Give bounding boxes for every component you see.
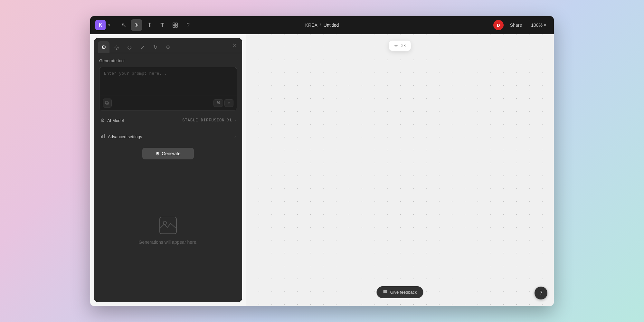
tab-expand[interactable]: ⤢ <box>137 41 148 53</box>
panel-close-button[interactable]: ✕ <box>231 42 238 49</box>
ai-model-value: STABLE DIFFUSION XL <box>182 118 232 123</box>
generate-tool-button[interactable]: ✳ <box>131 19 142 31</box>
toolbar: ↖ ✳ ⬆ T ? <box>118 19 194 31</box>
share-button[interactable]: Share <box>507 21 525 29</box>
tab-eye[interactable]: ◎ <box>111 41 122 53</box>
prompt-input[interactable] <box>99 67 237 94</box>
prompt-actions-right: ⌘ ↵ <box>213 99 233 107</box>
zoom-control[interactable]: 100% ▾ <box>528 21 549 29</box>
panel-title: Generate tool <box>99 58 237 63</box>
text-tool-button[interactable]: T <box>156 19 168 31</box>
empty-state: Generations will appear here. <box>99 163 237 297</box>
dot-grid <box>246 34 554 306</box>
command-bar[interactable]: ✳ ⌘K <box>389 41 411 51</box>
cmd-key-button[interactable]: ⌘ <box>213 99 223 107</box>
prompt-actions-left <box>103 99 112 108</box>
tab-shapes[interactable]: ◇ <box>124 41 135 53</box>
svg-point-10 <box>163 221 166 224</box>
titlebar-left: K ▾ ↖ ✳ ⬆ T ? <box>95 19 194 31</box>
chart-icon <box>100 134 105 139</box>
main-content: ⚙ ◎ ◇ ⤢ ↻ ☺ ✕ Generate tool <box>90 34 554 306</box>
panel-tabs: ⚙ ◎ ◇ ⤢ ↻ ☺ ✕ <box>94 38 242 53</box>
image-placeholder-icon <box>158 216 178 235</box>
advanced-settings-row[interactable]: Advanced settings › <box>99 130 237 143</box>
frames-tool-button[interactable] <box>169 19 181 31</box>
sparkle-icon: ✳ <box>394 43 398 48</box>
svg-rect-2 <box>173 25 175 27</box>
cursor-tool-button[interactable]: ↖ <box>118 19 129 31</box>
ai-model-row[interactable]: ⚙ AI Model STABLE DIFFUSION XL › <box>99 114 237 127</box>
help-tool-button[interactable]: ? <box>182 19 194 31</box>
chevron-right-icon: › <box>234 118 236 123</box>
side-panel: ⚙ ◎ ◇ ⤢ ↻ ☺ ✕ Generate tool <box>94 38 242 302</box>
app-window: K ▾ ↖ ✳ ⬆ T ? KREA / <box>90 16 554 306</box>
logo-button[interactable]: K <box>95 20 106 30</box>
avatar: D <box>493 20 504 30</box>
command-shortcut: ⌘K <box>401 43 406 48</box>
chevron-right-icon: › <box>234 134 236 139</box>
tab-refresh[interactable]: ↻ <box>149 41 161 53</box>
prompt-footer: ⌘ ↵ <box>99 96 237 110</box>
titlebar-right: D Share 100% ▾ <box>493 20 549 30</box>
advanced-settings-label: Advanced settings <box>100 134 142 139</box>
prompt-area: ⌘ ↵ <box>99 67 237 110</box>
chevron-down-icon[interactable]: ▾ <box>108 23 110 27</box>
canvas-area[interactable]: ✳ ⌘K Give feedback ? <box>246 34 554 306</box>
tab-generate[interactable]: ⚙ <box>98 41 109 53</box>
svg-rect-8 <box>104 134 105 138</box>
chat-icon <box>383 289 387 295</box>
help-button[interactable]: ? <box>535 287 547 299</box>
chevron-down-icon: ▾ <box>544 23 546 28</box>
upload-tool-button[interactable]: ⬆ <box>144 19 155 31</box>
svg-rect-5 <box>105 101 108 104</box>
ai-model-label: ⚙ AI Model <box>100 118 124 123</box>
generate-button[interactable]: ⚙ Generate <box>142 148 194 159</box>
svg-rect-7 <box>102 135 103 138</box>
document-title: KREA / Untitled <box>305 23 339 28</box>
tab-smiley[interactable]: ☺ <box>162 41 174 53</box>
svg-rect-3 <box>175 25 177 27</box>
gear-icon: ⚙ <box>100 118 105 123</box>
panel-body: Generate tool <box>94 53 242 302</box>
svg-rect-0 <box>173 23 175 25</box>
titlebar: K ▾ ↖ ✳ ⬆ T ? KREA / <box>90 16 554 34</box>
feedback-button[interactable]: Give feedback <box>376 286 423 298</box>
svg-rect-4 <box>106 102 109 104</box>
svg-rect-9 <box>160 217 176 234</box>
copy-icon-button[interactable] <box>103 99 112 108</box>
sparkle-icon: ⚙ <box>156 151 160 156</box>
empty-state-text: Generations will appear here. <box>139 240 198 245</box>
enter-key-button[interactable]: ↵ <box>224 99 233 107</box>
svg-rect-1 <box>175 23 177 25</box>
svg-rect-6 <box>101 136 102 138</box>
